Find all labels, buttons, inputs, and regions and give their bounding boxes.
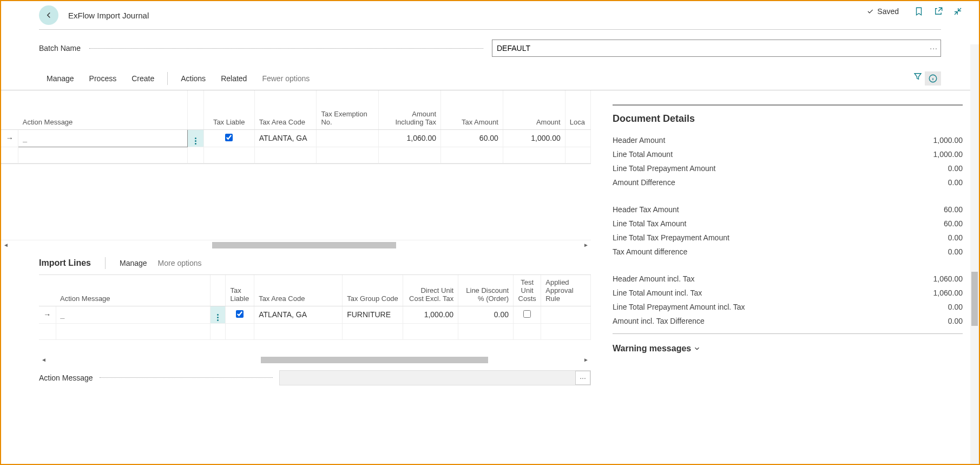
menu-actions[interactable]: Actions	[173, 74, 213, 83]
detail-row: Header Amount incl. Tax1,060.00	[613, 272, 963, 286]
detail-row: Line Total Tax Prepayment Amount0.00	[613, 231, 963, 245]
cell-amount[interactable]: 1,000.00	[503, 129, 565, 147]
table-row-empty[interactable]	[1, 147, 591, 163]
batch-lookup-button[interactable]: ···	[930, 44, 938, 53]
info-button[interactable]	[925, 71, 941, 86]
detail-row: Header Amount1,000.00	[613, 133, 963, 147]
cell-amount-incl-tax[interactable]: 1,060.00	[379, 129, 441, 147]
check-icon	[866, 8, 874, 15]
scroll-right-icon[interactable]: ►	[583, 357, 589, 363]
dotted-leader	[100, 377, 273, 378]
lines-cell-applied-rule[interactable]	[541, 306, 591, 323]
col-tax-exemption[interactable]: Tax Exemption No.	[317, 90, 379, 129]
scroll-thumb[interactable]	[261, 357, 488, 363]
action-message-field[interactable]: ···	[279, 370, 591, 385]
arrow-left-icon	[44, 10, 54, 20]
scroll-thumb[interactable]	[212, 242, 396, 248]
menu-related[interactable]: Related	[213, 74, 254, 83]
row-selector-icon[interactable]: →	[6, 134, 14, 142]
filter-button[interactable]	[913, 71, 923, 86]
lines-col-tax-liable[interactable]: Tax Liable	[226, 275, 254, 306]
lines-col-tax-group[interactable]: Tax Group Code	[343, 275, 403, 306]
lines-col-discount[interactable]: Line Discount % (Order)	[458, 275, 514, 306]
section-separator	[105, 257, 106, 269]
import-lines-more[interactable]: More options	[158, 259, 202, 267]
warning-messages-header[interactable]: Warning messages	[613, 333, 963, 353]
lines-row[interactable]: → _ ATLANTA, GA FURNITURE 1,000.00 0.00	[39, 306, 591, 323]
col-tax-amount[interactable]: Tax Amount	[441, 90, 503, 129]
lines-row-more-button[interactable]	[210, 306, 226, 323]
detail-row: Amount Difference0.00	[613, 175, 963, 189]
cell-action-message[interactable]: _	[23, 134, 27, 142]
batch-input-wrapper: ···	[492, 40, 941, 57]
col-loca[interactable]: Loca	[565, 90, 590, 129]
cell-tax-area-code[interactable]: ATLANTA, GA	[254, 129, 317, 147]
kebab-icon	[195, 137, 196, 145]
bookmark-button[interactable]	[914, 6, 924, 16]
table-row[interactable]: → _ ATLANTA, GA 1,060.00 60.00 1,000.00	[1, 129, 591, 147]
detail-group-3: Header Amount incl. Tax1,060.00 Line Tot…	[613, 272, 963, 328]
document-details-panel: Document Details Header Amount1,000.00 L…	[591, 90, 979, 385]
cell-loca[interactable]	[565, 129, 590, 147]
col-tax-area-code[interactable]: Tax Area Code	[254, 90, 317, 129]
content-area: Action Message Tax Liable Tax Area Code …	[1, 90, 979, 385]
row-selector-icon[interactable]: →	[43, 310, 51, 319]
detail-row: Tax Amount difference0.00	[613, 245, 963, 259]
menu-manage[interactable]: Manage	[39, 74, 82, 83]
collapse-icon	[953, 6, 963, 16]
bookmark-icon	[914, 6, 924, 16]
page-title: ExFlow Import Journal	[68, 11, 149, 20]
collapse-button[interactable]	[953, 6, 963, 16]
batch-row: Batch Name ···	[1, 30, 979, 67]
kebab-icon	[217, 314, 219, 321]
lines-row-empty[interactable]	[39, 323, 591, 339]
top-right-actions: Saved	[866, 6, 963, 16]
batch-name-input[interactable]	[492, 40, 941, 57]
saved-label: Saved	[877, 7, 899, 16]
saved-indicator: Saved	[866, 7, 899, 16]
col-amount-incl-tax[interactable]: Amount Including Tax	[379, 90, 441, 129]
page-scrollbar[interactable]	[970, 44, 979, 464]
scroll-left-icon[interactable]: ◄	[41, 357, 47, 363]
detail-row: Line Total Prepayment Amount incl. Tax0.…	[613, 300, 963, 314]
menu-create[interactable]: Create	[124, 74, 162, 83]
scroll-right-icon[interactable]: ►	[583, 242, 589, 248]
lines-col-test-costs[interactable]: Test Unit Costs	[514, 275, 541, 306]
action-message-lookup-button[interactable]: ···	[575, 371, 590, 385]
info-icon	[928, 74, 938, 83]
detail-row: Line Total Amount incl. Tax1,060.00	[613, 286, 963, 300]
lines-cell-discount[interactable]: 0.00	[458, 306, 514, 323]
menu-right	[913, 71, 941, 86]
menu-bar: Manage Process Create Actions Related Fe…	[1, 67, 979, 90]
action-message-label: Action Message	[39, 374, 93, 382]
lines-cell-tax-group[interactable]: FURNITURE	[343, 306, 403, 323]
main-grid: Action Message Tax Liable Tax Area Code …	[1, 90, 591, 164]
popout-button[interactable]	[933, 6, 943, 16]
lines-cell-tax-area[interactable]: ATLANTA, GA	[254, 306, 343, 323]
menu-process[interactable]: Process	[82, 74, 124, 83]
lines-cell-test-costs[interactable]	[523, 310, 531, 318]
lines-col-action-message[interactable]: Action Message	[56, 275, 210, 306]
lines-col-tax-area[interactable]: Tax Area Code	[254, 275, 343, 306]
scroll-left-icon[interactable]: ◄	[3, 242, 9, 248]
main-grid-scrollbar[interactable]: ◄ ►	[1, 240, 591, 250]
lines-grid-scrollbar[interactable]: ◄ ►	[39, 355, 591, 365]
row-more-button[interactable]	[188, 129, 203, 147]
lines-cell-action-message[interactable]: _	[61, 310, 65, 319]
lines-cell-direct-cost[interactable]: 1,000.00	[403, 306, 458, 323]
back-button[interactable]	[39, 5, 58, 25]
col-tax-liable[interactable]: Tax Liable	[203, 90, 254, 129]
col-action-message[interactable]: Action Message	[18, 90, 188, 129]
menu-fewer-options[interactable]: Fewer options	[254, 74, 317, 83]
cell-tax-exemption[interactable]	[317, 129, 379, 147]
lines-cell-tax-liable[interactable]	[236, 310, 244, 318]
batch-label: Batch Name	[39, 44, 81, 53]
import-lines-manage[interactable]: Manage	[120, 259, 147, 267]
col-amount[interactable]: Amount	[503, 90, 565, 129]
dotted-leader	[89, 48, 483, 49]
lines-col-applied-rule[interactable]: Applied Approval Rule	[541, 275, 591, 306]
scroll-thumb-vertical[interactable]	[971, 272, 978, 326]
lines-col-direct-cost[interactable]: Direct Unit Cost Excl. Tax	[403, 275, 458, 306]
cell-tax-liable[interactable]	[225, 134, 233, 141]
cell-tax-amount[interactable]: 60.00	[441, 129, 503, 147]
